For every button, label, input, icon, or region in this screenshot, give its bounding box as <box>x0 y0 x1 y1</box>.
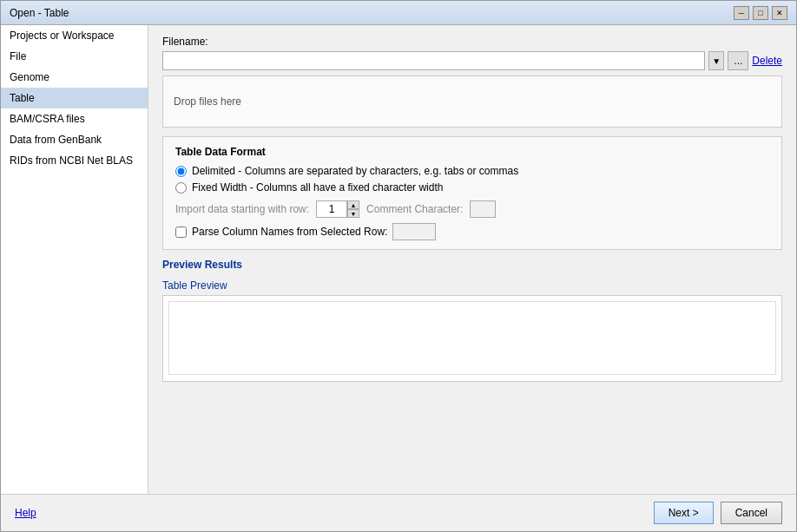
comment-character-input[interactable] <box>470 200 496 218</box>
filename-label: Filename: <box>162 36 782 48</box>
sidebar-item-bam[interactable]: BAM/CSRA files <box>1 108 148 129</box>
footer-buttons: Next > Cancel <box>654 502 782 524</box>
minimize-button[interactable]: ─ <box>734 6 749 20</box>
sidebar-item-genbank[interactable]: Data from GenBank <box>1 129 148 150</box>
window-controls: ─ □ ✕ <box>734 6 787 20</box>
table-preview-inner <box>168 301 776 375</box>
filename-row: ▼ ... Delete <box>162 51 782 70</box>
delimited-label: Delimited - Columns are separated by cha… <box>192 165 518 177</box>
parse-checkbox[interactable] <box>175 227 187 238</box>
spin-up-button[interactable]: ▲ <box>347 200 359 209</box>
close-button[interactable]: ✕ <box>772 6 787 20</box>
maximize-button[interactable]: □ <box>753 6 768 20</box>
sidebar-item-projects[interactable]: Projects or Workspace <box>1 25 148 46</box>
fixed-width-label: Fixed Width - Columns all have a fixed c… <box>192 181 443 194</box>
help-link[interactable]: Help <box>15 507 36 519</box>
dialog-title: Open - Table <box>10 7 69 19</box>
comment-label: Comment Character: <box>366 203 463 215</box>
delimited-radio[interactable] <box>175 166 187 177</box>
dialog-body: Projects or Workspace File Genome Table … <box>1 25 796 494</box>
title-bar: Open - Table ─ □ ✕ <box>1 1 796 25</box>
table-preview-label: Table Preview <box>162 279 782 292</box>
format-group-title: Table Data Format <box>175 146 769 158</box>
sidebar-item-rids[interactable]: RIDs from NCBI Net BLAS <box>1 150 148 171</box>
import-row: Import data starting with row: ▲ ▼ Comme… <box>175 200 769 218</box>
sidebar-item-file[interactable]: File <box>1 46 148 67</box>
filename-dropdown-button[interactable]: ▼ <box>708 51 724 70</box>
table-preview-section: Table Preview <box>162 279 782 382</box>
parse-label: Parse Column Names from Selected Row: <box>192 226 387 238</box>
import-value-input[interactable] <box>316 200 347 218</box>
delete-link[interactable]: Delete <box>752 55 782 67</box>
table-preview-box <box>162 295 782 382</box>
sidebar-item-genome[interactable]: Genome <box>1 67 148 88</box>
import-spinbox: ▲ ▼ <box>316 200 359 218</box>
sidebar-item-table[interactable]: Table <box>1 88 148 108</box>
fixed-width-radio-row: Fixed Width - Columns all have a fixed c… <box>175 181 769 194</box>
delimited-radio-row: Delimited - Columns are separated by cha… <box>175 165 769 177</box>
sidebar: Projects or Workspace File Genome Table … <box>1 25 148 494</box>
spinbox-arrows: ▲ ▼ <box>347 200 359 218</box>
drop-zone-text: Drop files here <box>174 95 241 108</box>
preview-results-header: Preview Results <box>162 259 782 271</box>
footer: Help Next > Cancel <box>1 494 796 531</box>
main-content: Filename: ▼ ... Delete Drop files here T… <box>148 25 796 494</box>
drop-zone[interactable]: Drop files here <box>162 76 782 128</box>
filename-select[interactable] <box>162 51 705 70</box>
cancel-button[interactable]: Cancel <box>721 502 782 524</box>
import-label: Import data starting with row: <box>175 203 309 215</box>
spin-down-button[interactable]: ▼ <box>347 209 359 218</box>
parse-input[interactable] <box>392 223 436 240</box>
format-group: Table Data Format Delimited - Columns ar… <box>162 136 782 250</box>
next-button[interactable]: Next > <box>654 502 714 524</box>
open-table-dialog: Open - Table ─ □ ✕ Projects or Workspace… <box>0 0 797 532</box>
browse-button[interactable]: ... <box>728 51 748 70</box>
fixed-width-radio[interactable] <box>175 182 187 194</box>
parse-row: Parse Column Names from Selected Row: <box>175 223 769 240</box>
